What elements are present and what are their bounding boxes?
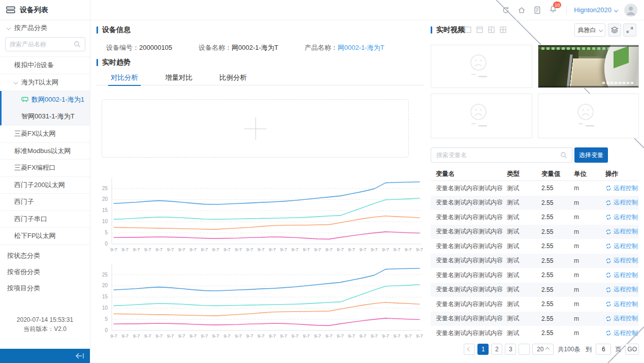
layout-2-icon[interactable]: [476, 26, 483, 33]
remote-control-link[interactable]: 远程控制: [605, 329, 639, 338]
tab-increment-compare[interactable]: 增量对比: [165, 70, 192, 85]
tab-compare-analysis[interactable]: 对比分析: [111, 70, 138, 85]
trend-section-title: 实时趋势: [96, 58, 131, 67]
type-cell: 测试: [507, 242, 541, 251]
layout-3-icon[interactable]: [488, 26, 495, 33]
remote-control-link[interactable]: 远程控制: [605, 271, 639, 280]
video-slot-empty[interactable]: [431, 45, 532, 88]
sidebar-item-product[interactable]: 三菱FX以太网: [0, 126, 90, 143]
add-chart-panel[interactable]: [102, 99, 409, 158]
type-cell: 测试: [507, 329, 541, 338]
tab-ratio-analysis[interactable]: 比例分析: [219, 70, 247, 85]
refresh-icon[interactable]: [502, 6, 510, 14]
video-feed[interactable]: [538, 45, 639, 88]
home-icon[interactable]: [518, 6, 526, 14]
sidebar-item-product[interactable]: 松下FP以太网: [0, 228, 90, 245]
sidebar-item-category[interactable]: 按省份分类: [0, 264, 90, 280]
expand-icon: [626, 26, 633, 34]
device-info-section-title: 设备信息: [96, 25, 131, 35]
collapse-sidebar-icon[interactable]: [75, 352, 85, 359]
page-button-2[interactable]: 2: [491, 344, 502, 355]
theme-value: 典雅白: [578, 26, 596, 35]
sidebar-item-product[interactable]: 三菱FX编程口: [0, 160, 90, 177]
remote-control-link[interactable]: 远程控制: [605, 314, 639, 323]
svg-text:9-7: 9-7: [144, 247, 151, 252]
go-button[interactable]: GO: [625, 344, 639, 355]
sidebar-item-device-selected[interactable]: 数网0002-1-海为1: [2, 91, 90, 108]
video-slot-empty[interactable]: [538, 94, 639, 138]
svg-text:9-7: 9-7: [121, 333, 128, 339]
username: Hignton2020: [574, 6, 611, 14]
prev-page-button[interactable]: [464, 344, 475, 355]
svg-text:9-7: 9-7: [121, 247, 128, 252]
type-cell: 测试: [507, 256, 541, 265]
remote-control-link[interactable]: 远程控制: [605, 256, 639, 265]
variable-search-input[interactable]: [431, 147, 572, 163]
page-button-1[interactable]: 1: [477, 344, 489, 355]
unit-cell: m: [574, 286, 605, 293]
topbar-divider: [566, 6, 567, 14]
remote-control-link[interactable]: 远程控制: [605, 300, 639, 309]
sidebar-item-product[interactable]: 西门子: [0, 194, 90, 211]
col-variable-name: 变量名: [431, 170, 507, 178]
pagination: 123 20 共100条 到 页 GO: [431, 344, 639, 355]
avatar[interactable]: [624, 4, 637, 17]
variable-name-cell: 变量名测试内容测试内容: [431, 314, 507, 323]
variable-name-cell: 变量名测试内容测试内容: [431, 198, 507, 207]
variable-name-cell: 变量名测试内容测试内容: [431, 184, 507, 193]
svg-text:9-7: 9-7: [382, 333, 389, 339]
remote-control-link[interactable]: 远程控制: [605, 285, 639, 294]
unit-cell: m: [574, 228, 605, 235]
sidebar-item-category[interactable]: 按项目分类: [0, 280, 90, 296]
device-name-label: 设备名称：: [199, 44, 232, 51]
page-jump-input[interactable]: [596, 344, 611, 355]
variables-table: 变量名 类型 变量值 单位 操作 变量名测试内容测试内容 测试 2.55 m 远…: [431, 168, 639, 341]
remote-control-link[interactable]: 远程控制: [605, 242, 639, 251]
svg-text:9-7: 9-7: [155, 247, 163, 252]
svg-text:9-7: 9-7: [416, 333, 423, 339]
sidebar-item-product[interactable]: 标准Modbus以太网: [0, 143, 90, 160]
remote-control-link[interactable]: 远程控制: [605, 227, 639, 236]
remote-control-icon: [605, 316, 611, 322]
fullscreen-button[interactable]: [623, 23, 636, 37]
sidebar-item-category[interactable]: 按状态分类: [0, 248, 90, 264]
sidebar-item-product-expanded[interactable]: 海为T以太网: [0, 74, 90, 92]
page-button-3[interactable]: 3: [505, 344, 516, 355]
layers-button[interactable]: [608, 23, 621, 37]
svg-text:25: 25: [102, 186, 108, 191]
product-name-link[interactable]: 网0002-1-海为T: [338, 44, 384, 51]
sidebar-item-product[interactable]: 西门子串口: [0, 211, 90, 228]
svg-text:15: 15: [102, 294, 108, 299]
next-page-button[interactable]: [519, 344, 530, 355]
remote-control-link[interactable]: 远程控制: [605, 198, 639, 207]
theme-select[interactable]: 典雅白: [574, 23, 605, 37]
remote-control-link[interactable]: 远程控制: [605, 184, 639, 193]
total-count: 共100条: [558, 345, 580, 354]
sidebar-bottom-bar: [0, 349, 90, 363]
topbar: 10 Hignton2020: [90, 0, 644, 20]
page-size-select[interactable]: 20: [532, 344, 554, 355]
type-cell: 测试: [507, 198, 541, 207]
document-icon[interactable]: [533, 6, 541, 14]
variable-name-cell: 变量名测试内容测试内容: [431, 271, 507, 280]
table-row: 变量名测试内容测试内容 测试 2.55 m 远程控制: [431, 210, 639, 225]
layout-1-icon[interactable]: [465, 26, 471, 33]
remote-control-icon: [605, 200, 611, 206]
svg-text:9-7: 9-7: [360, 333, 367, 339]
remote-control-link[interactable]: 远程控制: [605, 213, 639, 222]
notifications[interactable]: 10: [549, 5, 557, 15]
variable-name-cell: 变量名测试内容测试内容: [431, 213, 507, 222]
sidebar-item-product[interactable]: 西门子200以太网: [0, 177, 90, 194]
select-variable-button[interactable]: 选择变量: [574, 147, 608, 163]
svg-text:9-7: 9-7: [167, 333, 174, 339]
sidebar-item-product-category[interactable]: 按产品分类: [0, 20, 90, 36]
svg-text:9-7: 9-7: [337, 247, 344, 252]
user-menu[interactable]: Hignton2020: [574, 6, 618, 14]
remote-control-icon: [605, 287, 611, 293]
layout-4-icon[interactable]: [500, 26, 506, 33]
video-section-title: 实时视频: [431, 25, 465, 35]
video-slot-empty[interactable]: [431, 94, 532, 138]
svg-text:9-7: 9-7: [371, 247, 378, 252]
sidebar-item-product[interactable]: 模拟中冶设备: [0, 57, 90, 74]
sidebar-item-device[interactable]: 智网0031-1-海为T: [2, 108, 90, 126]
